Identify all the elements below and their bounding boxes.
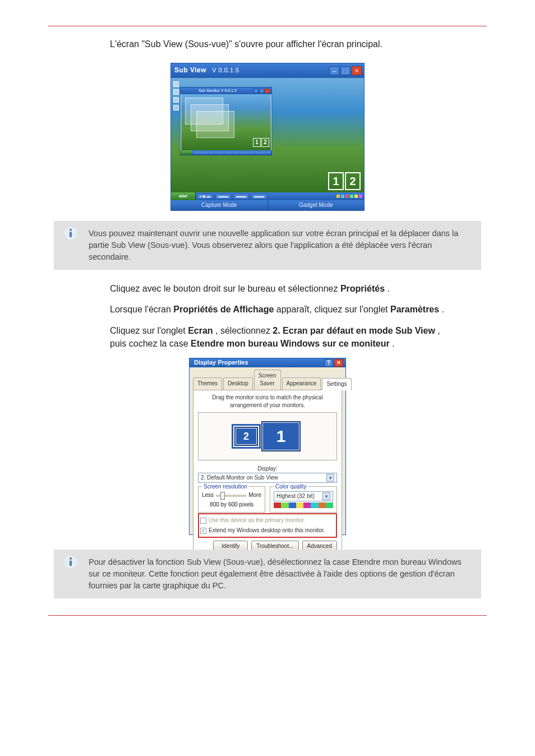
tab-settings[interactable]: Settings (322, 378, 351, 390)
start-button[interactable]: start (171, 192, 196, 200)
step-text: . (392, 339, 394, 348)
step-text: . (388, 284, 390, 293)
subview-title: Sub View (174, 66, 206, 75)
bottom-divider (48, 615, 487, 616)
monitor-1[interactable]: 1 (261, 421, 301, 451)
monitor-badge-2: 2 (345, 172, 361, 190)
instruction-text: Drag the monitor icons to match the phys… (198, 394, 337, 410)
taskbar-item[interactable]: ▬▬▬ (233, 193, 249, 199)
desktop-icon (173, 97, 179, 103)
ui-path: Paramètres (390, 305, 439, 314)
submonitor-window: Sub Monitor V 0.0.1.5 1 2 (180, 87, 272, 155)
submonitor-titlebar: Sub Monitor V 0.0.1.5 (181, 87, 271, 94)
svg-rect-5 (70, 560, 72, 566)
resolution-slider[interactable]: Less More (202, 491, 261, 500)
tab-screensaver[interactable]: Screen Saver (254, 370, 281, 390)
minimize-icon[interactable]: – (329, 66, 339, 75)
intro-paragraph: L'écran "Sub View (Sous-vue)" s'ouvre po… (110, 38, 454, 50)
document-page: L'écran "Sub View (Sous-vue)" s'ouvre po… (0, 0, 535, 756)
monitor-badge-1: 1 (253, 138, 261, 147)
desktop-icons (173, 81, 179, 110)
monitor-badge-2: 2 (261, 138, 269, 147)
resolution-value: 800 by 600 pixels (202, 501, 261, 509)
dialog-titlebar: Display Properties ? × (190, 358, 345, 367)
desktop-icon (173, 105, 179, 110)
checkbox-label: Extend my Windows desktop onto this moni… (209, 527, 325, 535)
monitor-badges: 1 2 (253, 138, 269, 147)
monitor-badge-1: 1 (328, 172, 344, 190)
close-icon[interactable]: × (352, 66, 362, 75)
step-text: apparaît, cliquez sur l'onglet (276, 305, 390, 314)
color-bar (274, 503, 333, 508)
taskbar-item[interactable]: ▬▬▬ (215, 193, 231, 199)
maximize-icon[interactable] (259, 89, 264, 93)
mode-capture[interactable]: Capture Mode (171, 200, 268, 210)
taskbar-item[interactable]: ● ▣ ▬ (197, 193, 213, 199)
subview-figure: Sub View V 0.0.1.5 – ▢ × Sub Monitor V 0… (48, 63, 487, 211)
highlight-box: Use this device as the primary monitor. … (198, 513, 337, 538)
slider-knob[interactable] (220, 492, 225, 500)
color-quality-select[interactable]: Highest (32 bit) ▾ (274, 491, 333, 501)
extend-desktop-checkbox[interactable]: ✓ Extend my Windows desktop onto this mo… (200, 527, 335, 535)
tab-themes[interactable]: Themes (193, 377, 222, 390)
start-icon (181, 150, 192, 155)
note-text: Vous pouvez maintenant ouvrir une nouvel… (89, 229, 458, 261)
minimize-icon[interactable] (253, 89, 259, 93)
display-properties-window: Display Properties ? × Themes Desktop Sc… (189, 358, 346, 535)
submonitor-title: Sub Monitor V 0.0.1.5 (182, 88, 253, 94)
monitor-arrangement[interactable]: 2 1 (198, 412, 337, 460)
mini-taskbar (181, 150, 271, 155)
mini-window (196, 111, 234, 138)
desktop-icon (173, 89, 179, 95)
tab-desktop[interactable]: Desktop (223, 377, 253, 390)
ui-path: 2. Ecran par défaut en mode Sub View (273, 326, 435, 335)
maximize-icon[interactable]: ▢ (340, 66, 350, 75)
ui-path: Propriétés de Affichage (173, 305, 274, 314)
color-quality-group: Color quality Highest (32 bit) ▾ (270, 486, 337, 513)
taskbar: start ● ▣ ▬ ▬▬▬ ▬▬▬ ▬▬▬ (171, 192, 364, 200)
display-properties-figure: Display Properties ? × Themes Desktop Sc… (48, 358, 487, 535)
settings-pane: Drag the monitor icons to match the phys… (193, 390, 342, 557)
subview-desktop: Sub Monitor V 0.0.1.5 1 2 (171, 78, 364, 200)
step-1: Cliquez avec le bouton droit sur le bure… (110, 282, 454, 295)
ui-path: Propriétés (340, 284, 385, 293)
info-icon (63, 554, 79, 570)
subview-mode-bar: Capture Mode Gadget Mode (171, 200, 364, 210)
monitor-badges: 1 2 (328, 172, 361, 190)
submonitor-body: 1 2 (181, 94, 271, 155)
primary-monitor-checkbox: Use this device as the primary monitor. (200, 517, 335, 525)
help-icon[interactable]: ? (324, 359, 333, 367)
checkbox-checked-icon: ✓ (200, 528, 206, 534)
step-text: Cliquez avec le bouton droit sur le bure… (110, 284, 340, 293)
note-bar: Pour désactiver la fonction Sub View (So… (54, 550, 481, 598)
checkbox-icon (200, 518, 206, 524)
subview-window: Sub View V 0.0.1.5 – ▢ × Sub Monitor V 0… (170, 63, 365, 211)
step-text: Lorsque l'écran (110, 305, 173, 314)
close-icon[interactable]: × (334, 359, 343, 367)
svg-point-1 (70, 229, 72, 231)
tray-icons (335, 192, 364, 200)
svg-rect-2 (70, 232, 72, 238)
subview-titlebar: Sub View V 0.0.1.5 – ▢ × (171, 63, 364, 78)
mode-gadget[interactable]: Gadget Mode (268, 200, 365, 210)
close-icon[interactable] (265, 89, 270, 93)
monitor-2[interactable]: 2 (234, 427, 258, 446)
color-quality-value: Highest (32 bit) (276, 492, 315, 501)
checkbox-label: Use this device as the primary monitor. (209, 517, 305, 525)
svg-point-4 (70, 557, 72, 560)
step-text: . (442, 305, 444, 314)
group-title: Screen resolution (202, 483, 249, 491)
intro-text: L'écran "Sub View (Sous-vue)" s'ouvre po… (110, 39, 382, 49)
display-select[interactable]: 2. Default Monitor on Sub View ▾ (198, 473, 337, 483)
ui-path: Ecran (188, 326, 213, 335)
tab-strip: Themes Desktop Screen Saver Appearance S… (190, 367, 345, 390)
chevron-down-icon: ▾ (322, 492, 330, 500)
tab-appearance[interactable]: Appearance (282, 377, 321, 390)
taskbar-item[interactable]: ▬▬▬ (251, 193, 267, 199)
top-divider (48, 26, 487, 26)
ui-path: Etendre mon bureau Windows sur ce monite… (191, 339, 390, 348)
step-text: Cliquez sur l'onglet (110, 326, 188, 335)
note-text: Pour désactiver la fonction Sub View (So… (89, 557, 462, 590)
step-2: Lorsque l'écran Propriétés de Affichage … (110, 303, 454, 316)
slider-min-label: Less (202, 491, 214, 500)
